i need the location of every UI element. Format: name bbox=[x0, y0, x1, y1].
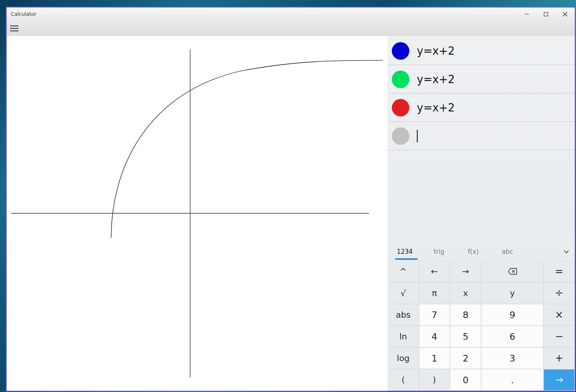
key-y[interactable]: y bbox=[481, 282, 543, 304]
key-backspace[interactable] bbox=[481, 260, 543, 282]
titlebar: Calculator bbox=[7, 8, 575, 21]
tab-trig[interactable]: trig bbox=[422, 243, 456, 260]
key-equals[interactable]: = bbox=[543, 260, 575, 282]
key-5[interactable]: 5 bbox=[450, 326, 481, 347]
keypad-tabs: 1234 trig f(x) abc bbox=[388, 243, 575, 260]
equation-color-swatch[interactable] bbox=[392, 42, 409, 60]
key-minus[interactable]: − bbox=[543, 326, 575, 347]
equation-text: y=x+2 bbox=[417, 45, 455, 57]
content-area: y=x+2 y=x+2 y=x+2 1234 bbox=[7, 36, 575, 391]
key-x[interactable]: x bbox=[450, 282, 481, 304]
equation-color-swatch[interactable] bbox=[392, 127, 409, 145]
keypad-collapse-button[interactable] bbox=[558, 249, 575, 255]
key-log[interactable]: log bbox=[388, 347, 419, 369]
key-lparen[interactable]: ( bbox=[388, 369, 419, 391]
key-rparen[interactable]: ) bbox=[419, 369, 450, 391]
window-title: Calculator bbox=[11, 11, 36, 17]
close-button[interactable] bbox=[556, 8, 575, 21]
chevron-down-icon bbox=[563, 249, 569, 255]
menu-button[interactable] bbox=[10, 25, 18, 31]
key-3[interactable]: 3 bbox=[481, 347, 543, 369]
backspace-icon bbox=[508, 268, 517, 275]
tab-numeric[interactable]: 1234 bbox=[388, 243, 422, 260]
equation-color-swatch[interactable] bbox=[392, 99, 409, 116]
maximize-icon bbox=[543, 12, 548, 17]
key-8[interactable]: 8 bbox=[450, 304, 481, 326]
key-abs[interactable]: abs bbox=[388, 304, 419, 326]
window-controls bbox=[517, 8, 575, 21]
equation-row[interactable]: y=x+2 bbox=[388, 65, 575, 94]
calculator-window: Calculator bbox=[6, 7, 576, 392]
key-grid: ^ ← → = √ π x y ÷ abs 7 8 9 × bbox=[388, 260, 575, 391]
equation-text: y=x+2 bbox=[417, 73, 455, 86]
active-tab-indicator bbox=[395, 258, 418, 260]
key-multiply[interactable]: × bbox=[543, 304, 575, 326]
key-ln[interactable]: ln bbox=[388, 326, 419, 347]
key-0[interactable]: 0 bbox=[450, 369, 481, 391]
equation-color-swatch[interactable] bbox=[392, 71, 409, 88]
minimize-icon bbox=[524, 12, 529, 17]
close-icon bbox=[563, 12, 568, 17]
graph-canvas[interactable] bbox=[7, 36, 388, 391]
key-decimal[interactable]: . bbox=[481, 369, 543, 391]
maximize-button[interactable] bbox=[536, 8, 556, 21]
key-enter[interactable] bbox=[543, 369, 575, 391]
tab-abc[interactable]: abc bbox=[490, 243, 525, 260]
text-cursor bbox=[417, 130, 418, 142]
key-cursor-left[interactable]: ← bbox=[419, 260, 450, 282]
key-caret[interactable]: ^ bbox=[388, 260, 419, 282]
equation-list: y=x+2 y=x+2 y=x+2 bbox=[388, 36, 575, 150]
toolbar bbox=[7, 21, 575, 36]
equation-row[interactable]: y=x+2 bbox=[388, 94, 575, 122]
arrow-right-icon bbox=[555, 377, 564, 383]
key-pi[interactable]: π bbox=[419, 282, 450, 304]
keypad: 1234 trig f(x) abc ^ ← → bbox=[388, 243, 575, 391]
tab-fx[interactable]: f(x) bbox=[456, 243, 490, 260]
key-plus[interactable]: + bbox=[543, 347, 575, 369]
equation-input-row[interactable] bbox=[388, 122, 575, 150]
hamburger-icon bbox=[10, 25, 18, 26]
key-9[interactable]: 9 bbox=[481, 304, 543, 326]
key-7[interactable]: 7 bbox=[419, 304, 450, 326]
key-divide[interactable]: ÷ bbox=[543, 282, 575, 304]
right-panel: y=x+2 y=x+2 y=x+2 1234 bbox=[388, 36, 575, 391]
key-1[interactable]: 1 bbox=[419, 347, 450, 369]
minimize-button[interactable] bbox=[517, 8, 536, 21]
graph-plot bbox=[7, 36, 388, 391]
key-sqrt[interactable]: √ bbox=[388, 282, 419, 304]
key-6[interactable]: 6 bbox=[481, 326, 543, 347]
key-cursor-right[interactable]: → bbox=[450, 260, 481, 282]
equation-row[interactable]: y=x+2 bbox=[388, 37, 575, 65]
equation-text: y=x+2 bbox=[417, 101, 455, 114]
key-4[interactable]: 4 bbox=[419, 326, 450, 347]
svg-rect-1 bbox=[544, 13, 548, 16]
key-2[interactable]: 2 bbox=[450, 347, 481, 369]
